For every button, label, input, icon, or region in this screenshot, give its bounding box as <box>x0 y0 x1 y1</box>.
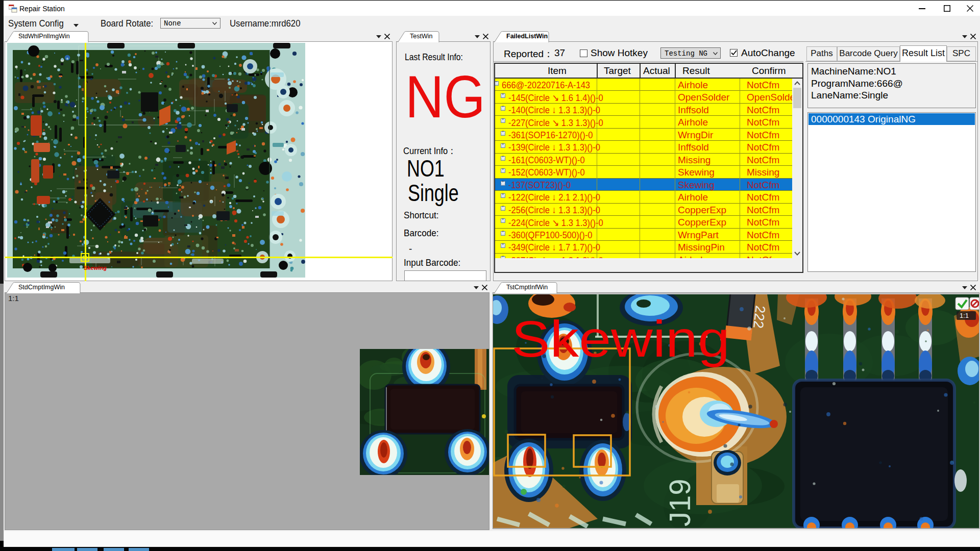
svg-text:1:1: 1:1 <box>960 312 969 319</box>
svg-text:222: 222 <box>750 305 768 329</box>
svg-text:J19: J19 <box>663 479 696 527</box>
svg-text:Skewing: Skewing <box>511 310 730 367</box>
